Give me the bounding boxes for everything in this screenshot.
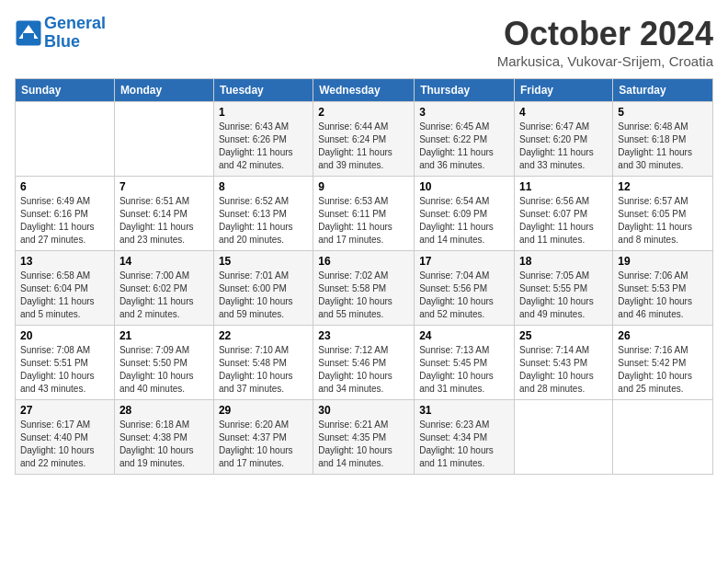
calendar-week-row: 1Sunrise: 6:43 AM Sunset: 6:26 PM Daylig… — [16, 102, 713, 177]
day-info: Sunrise: 7:05 AM Sunset: 5:55 PM Dayligh… — [519, 270, 608, 321]
logo-text: General Blue — [44, 15, 106, 52]
day-info: Sunrise: 6:48 AM Sunset: 6:18 PM Dayligh… — [618, 121, 708, 172]
calendar-cell: 30Sunrise: 6:21 AM Sunset: 4:35 PM Dayli… — [313, 400, 415, 475]
day-info: Sunrise: 6:43 AM Sunset: 6:26 PM Dayligh… — [219, 121, 308, 172]
calendar-cell: 14Sunrise: 7:00 AM Sunset: 6:02 PM Dayli… — [114, 251, 213, 326]
calendar-cell — [515, 400, 613, 475]
day-number: 28 — [119, 404, 209, 417]
day-info: Sunrise: 6:58 AM Sunset: 6:04 PM Dayligh… — [20, 270, 109, 321]
page-header: General Blue October 2024 Markusica, Vuk… — [15, 15, 713, 69]
month-title: October 2024 — [497, 15, 713, 53]
day-number: 25 — [519, 329, 608, 342]
day-number: 30 — [318, 404, 409, 417]
day-number: 29 — [219, 404, 308, 417]
calendar-cell: 3Sunrise: 6:45 AM Sunset: 6:22 PM Daylig… — [415, 102, 515, 177]
calendar-cell: 18Sunrise: 7:05 AM Sunset: 5:55 PM Dayli… — [515, 251, 613, 326]
day-number: 5 — [618, 106, 708, 119]
day-info: Sunrise: 6:20 AM Sunset: 4:37 PM Dayligh… — [219, 419, 308, 470]
calendar-cell: 26Sunrise: 7:16 AM Sunset: 5:42 PM Dayli… — [613, 326, 713, 400]
day-number: 27 — [20, 404, 109, 417]
day-number: 11 — [519, 180, 608, 193]
calendar-cell: 1Sunrise: 6:43 AM Sunset: 6:26 PM Daylig… — [213, 102, 313, 177]
day-info: Sunrise: 7:10 AM Sunset: 5:48 PM Dayligh… — [219, 344, 308, 396]
day-info: Sunrise: 7:08 AM Sunset: 5:51 PM Dayligh… — [20, 344, 109, 396]
day-number: 15 — [219, 255, 308, 268]
calendar-cell: 4Sunrise: 6:47 AM Sunset: 6:20 PM Daylig… — [515, 102, 613, 177]
weekday-header: Monday — [114, 79, 213, 102]
day-info: Sunrise: 6:49 AM Sunset: 6:16 PM Dayligh… — [20, 195, 109, 247]
day-info: Sunrise: 7:02 AM Sunset: 5:58 PM Dayligh… — [318, 270, 409, 321]
day-number: 23 — [318, 329, 409, 342]
calendar-cell — [16, 102, 115, 177]
weekday-header: Friday — [515, 79, 613, 102]
day-number: 2 — [318, 106, 409, 119]
calendar-cell: 28Sunrise: 6:18 AM Sunset: 4:38 PM Dayli… — [114, 400, 213, 475]
calendar-cell: 20Sunrise: 7:08 AM Sunset: 5:51 PM Dayli… — [16, 326, 115, 400]
day-number: 20 — [20, 329, 109, 342]
day-info: Sunrise: 6:52 AM Sunset: 6:13 PM Dayligh… — [219, 195, 308, 247]
calendar-cell: 24Sunrise: 7:13 AM Sunset: 5:45 PM Dayli… — [415, 326, 515, 400]
calendar-cell: 21Sunrise: 7:09 AM Sunset: 5:50 PM Dayli… — [114, 326, 213, 400]
calendar-cell: 7Sunrise: 6:51 AM Sunset: 6:14 PM Daylig… — [114, 177, 213, 251]
day-number: 21 — [119, 329, 209, 342]
day-number: 1 — [219, 106, 308, 119]
day-info: Sunrise: 6:45 AM Sunset: 6:22 PM Dayligh… — [419, 121, 509, 172]
day-info: Sunrise: 6:21 AM Sunset: 4:35 PM Dayligh… — [318, 419, 409, 470]
day-number: 26 — [618, 329, 708, 342]
calendar-cell: 17Sunrise: 7:04 AM Sunset: 5:56 PM Dayli… — [415, 251, 515, 326]
weekday-header: Tuesday — [213, 79, 313, 102]
day-number: 16 — [318, 255, 409, 268]
day-info: Sunrise: 6:23 AM Sunset: 4:34 PM Dayligh… — [419, 419, 509, 470]
calendar-header-row: SundayMondayTuesdayWednesdayThursdayFrid… — [16, 79, 713, 102]
calendar-cell: 5Sunrise: 6:48 AM Sunset: 6:18 PM Daylig… — [613, 102, 713, 177]
calendar-cell: 11Sunrise: 6:56 AM Sunset: 6:07 PM Dayli… — [515, 177, 613, 251]
day-number: 9 — [318, 180, 409, 193]
calendar-cell: 16Sunrise: 7:02 AM Sunset: 5:58 PM Dayli… — [313, 251, 415, 326]
day-info: Sunrise: 7:12 AM Sunset: 5:46 PM Dayligh… — [318, 344, 409, 396]
day-number: 7 — [119, 180, 209, 193]
day-number: 31 — [419, 404, 509, 417]
day-info: Sunrise: 6:47 AM Sunset: 6:20 PM Dayligh… — [519, 121, 608, 172]
calendar-cell: 12Sunrise: 6:57 AM Sunset: 6:05 PM Dayli… — [613, 177, 713, 251]
day-info: Sunrise: 6:44 AM Sunset: 6:24 PM Dayligh… — [318, 121, 409, 172]
weekday-header: Wednesday — [313, 79, 415, 102]
day-number: 8 — [219, 180, 308, 193]
calendar-cell: 19Sunrise: 7:06 AM Sunset: 5:53 PM Dayli… — [613, 251, 713, 326]
svg-rect-2 — [23, 33, 34, 39]
day-number: 3 — [419, 106, 509, 119]
day-number: 17 — [419, 255, 509, 268]
day-info: Sunrise: 6:53 AM Sunset: 6:11 PM Dayligh… — [318, 195, 409, 247]
calendar-week-row: 27Sunrise: 6:17 AM Sunset: 4:40 PM Dayli… — [16, 400, 713, 475]
calendar-cell: 6Sunrise: 6:49 AM Sunset: 6:16 PM Daylig… — [16, 177, 115, 251]
day-info: Sunrise: 7:06 AM Sunset: 5:53 PM Dayligh… — [618, 270, 708, 321]
day-info: Sunrise: 6:51 AM Sunset: 6:14 PM Dayligh… — [119, 195, 209, 247]
calendar-cell: 31Sunrise: 6:23 AM Sunset: 4:34 PM Dayli… — [415, 400, 515, 475]
day-info: Sunrise: 7:09 AM Sunset: 5:50 PM Dayligh… — [119, 344, 209, 396]
day-number: 24 — [419, 329, 509, 342]
day-number: 14 — [119, 255, 209, 268]
day-info: Sunrise: 6:17 AM Sunset: 4:40 PM Dayligh… — [20, 419, 109, 470]
calendar-week-row: 13Sunrise: 6:58 AM Sunset: 6:04 PM Dayli… — [16, 251, 713, 326]
calendar-week-row: 6Sunrise: 6:49 AM Sunset: 6:16 PM Daylig… — [16, 177, 713, 251]
day-number: 22 — [219, 329, 308, 342]
logo-icon — [15, 19, 42, 47]
day-info: Sunrise: 7:13 AM Sunset: 5:45 PM Dayligh… — [419, 344, 509, 396]
calendar-cell: 13Sunrise: 6:58 AM Sunset: 6:04 PM Dayli… — [16, 251, 115, 326]
calendar-table: SundayMondayTuesdayWednesdayThursdayFrid… — [15, 78, 713, 475]
day-number: 12 — [618, 180, 708, 193]
logo: General Blue — [15, 15, 106, 52]
day-info: Sunrise: 7:14 AM Sunset: 5:43 PM Dayligh… — [519, 344, 608, 396]
calendar-cell: 29Sunrise: 6:20 AM Sunset: 4:37 PM Dayli… — [213, 400, 313, 475]
day-info: Sunrise: 6:54 AM Sunset: 6:09 PM Dayligh… — [419, 195, 509, 247]
calendar-cell — [613, 400, 713, 475]
calendar-cell: 9Sunrise: 6:53 AM Sunset: 6:11 PM Daylig… — [313, 177, 415, 251]
day-info: Sunrise: 7:01 AM Sunset: 6:00 PM Dayligh… — [219, 270, 308, 321]
day-info: Sunrise: 6:56 AM Sunset: 6:07 PM Dayligh… — [519, 195, 608, 247]
calendar-cell: 8Sunrise: 6:52 AM Sunset: 6:13 PM Daylig… — [213, 177, 313, 251]
calendar-cell: 23Sunrise: 7:12 AM Sunset: 5:46 PM Dayli… — [313, 326, 415, 400]
weekday-header: Saturday — [613, 79, 713, 102]
day-info: Sunrise: 6:18 AM Sunset: 4:38 PM Dayligh… — [119, 419, 209, 470]
calendar-week-row: 20Sunrise: 7:08 AM Sunset: 5:51 PM Dayli… — [16, 326, 713, 400]
calendar-cell: 22Sunrise: 7:10 AM Sunset: 5:48 PM Dayli… — [213, 326, 313, 400]
day-info: Sunrise: 6:57 AM Sunset: 6:05 PM Dayligh… — [618, 195, 708, 247]
